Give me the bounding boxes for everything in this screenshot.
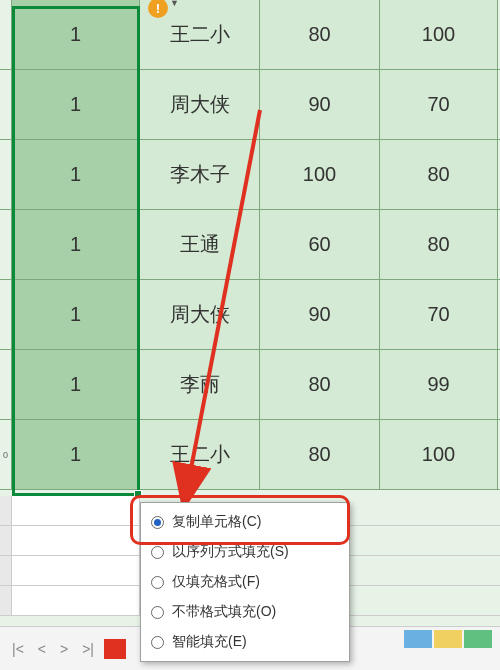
- cell[interactable]: 100: [380, 420, 498, 489]
- row-header[interactable]: [0, 350, 12, 419]
- sheet-tab[interactable]: [104, 639, 126, 659]
- cell[interactable]: 1: [12, 140, 140, 209]
- cell[interactable]: 1: [12, 0, 140, 69]
- menu-item-label: 智能填充(E): [172, 633, 247, 651]
- cell[interactable]: 1: [12, 350, 140, 419]
- cell[interactable]: 90: [260, 70, 380, 139]
- cell[interactable]: 李木子: [140, 140, 260, 209]
- cell[interactable]: 王通: [140, 210, 260, 279]
- row-header[interactable]: [0, 140, 12, 209]
- menu-item-label: 仅填充格式(F): [172, 573, 260, 591]
- cell[interactable]: 100: [260, 140, 380, 209]
- cell[interactable]: 周大侠: [140, 280, 260, 349]
- nav-prev-icon[interactable]: <: [34, 639, 50, 659]
- cell[interactable]: 李丽: [140, 350, 260, 419]
- cell[interactable]: 60: [260, 210, 380, 279]
- radio-icon: [151, 636, 164, 649]
- cell[interactable]: 80: [380, 140, 498, 209]
- radio-icon: [151, 546, 164, 559]
- chevron-down-icon[interactable]: ▼: [170, 0, 179, 8]
- menu-item-fill-format-only[interactable]: 仅填充格式(F): [141, 567, 349, 597]
- nav-next-icon[interactable]: >: [56, 639, 72, 659]
- row-header[interactable]: 0: [0, 420, 12, 489]
- cell[interactable]: 1: [12, 70, 140, 139]
- cell[interactable]: 80: [260, 0, 380, 69]
- cell[interactable]: 1: [12, 280, 140, 349]
- radio-icon: [151, 606, 164, 619]
- row-header[interactable]: [0, 280, 12, 349]
- cell[interactable]: 80: [260, 420, 380, 489]
- mini-chart-icons: [404, 630, 492, 648]
- menu-item-copy-cells[interactable]: 复制单元格(C): [141, 507, 349, 537]
- nav-last-icon[interactable]: >|: [78, 639, 98, 659]
- sheet-nav: |< < > >|: [0, 639, 134, 659]
- row-header[interactable]: [0, 210, 12, 279]
- cell[interactable]: 周大侠: [140, 70, 260, 139]
- cell[interactable]: 1: [12, 210, 140, 279]
- menu-item-label: 不带格式填充(O): [172, 603, 276, 621]
- nav-first-icon[interactable]: |<: [8, 639, 28, 659]
- row-header[interactable]: [0, 70, 12, 139]
- spreadsheet-grid[interactable]: 1王二小80100 1周大侠9070 1李木子10080 1王通6080 1周大…: [0, 0, 500, 490]
- cell[interactable]: 70: [380, 280, 498, 349]
- radio-icon: [151, 576, 164, 589]
- cell[interactable]: 1: [12, 420, 140, 489]
- radio-icon: [151, 516, 164, 529]
- cell[interactable]: 王二小: [140, 420, 260, 489]
- cell[interactable]: 90: [260, 280, 380, 349]
- cell[interactable]: 70: [380, 70, 498, 139]
- cell[interactable]: 99: [380, 350, 498, 419]
- cell[interactable]: 80: [260, 350, 380, 419]
- cell[interactable]: 100: [380, 0, 498, 69]
- menu-item-smart-fill[interactable]: 智能填充(E): [141, 627, 349, 657]
- cell[interactable]: 80: [380, 210, 498, 279]
- autofill-options-menu: 复制单元格(C) 以序列方式填充(S) 仅填充格式(F) 不带格式填充(O) 智…: [140, 502, 350, 662]
- menu-item-label: 复制单元格(C): [172, 513, 261, 531]
- menu-item-label: 以序列方式填充(S): [172, 543, 289, 561]
- menu-item-fill-without-format[interactable]: 不带格式填充(O): [141, 597, 349, 627]
- menu-item-fill-series[interactable]: 以序列方式填充(S): [141, 537, 349, 567]
- row-header[interactable]: [0, 0, 12, 69]
